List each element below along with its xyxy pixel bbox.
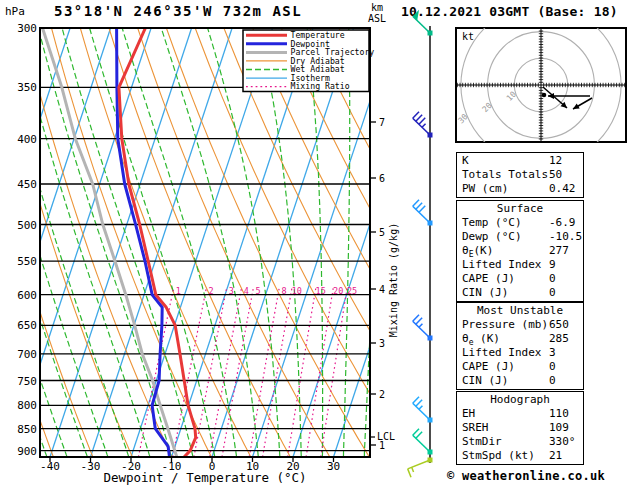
lcl-label: LCL xyxy=(377,431,395,442)
row-value: 277 xyxy=(549,244,569,258)
row-label: StmDir xyxy=(462,435,502,448)
pressure-tick-label: 900 xyxy=(17,445,37,458)
table-row: SREH109 xyxy=(457,421,583,435)
row-value: 109 xyxy=(549,421,569,435)
pressure-tick-label: 750 xyxy=(17,375,37,388)
row-value: 50 xyxy=(549,168,562,182)
pressure-tick-label: 700 xyxy=(17,348,37,361)
hodograph-unit-label: kt xyxy=(462,31,474,42)
row-label: Lifted Index xyxy=(462,346,541,359)
table-header: Most Unstable xyxy=(457,304,583,318)
pressure-tick-label: 500 xyxy=(17,219,37,232)
table-row: Dewp (°C)-10.5 xyxy=(457,230,583,244)
row-value: 0 xyxy=(549,272,556,286)
hodograph: 102030kt xyxy=(456,1,626,168)
temperature-tick-label: -40 xyxy=(40,460,60,473)
table-row: StmSpd (kt)21 xyxy=(457,449,583,463)
pressure-axis-labels: 300350400450500550600650700750800850900 xyxy=(17,22,37,458)
row-label: θE(K) xyxy=(462,244,493,257)
row-value: 0 xyxy=(549,286,556,300)
row-label: EH xyxy=(462,407,475,420)
temperature-axis: -40-30-20-100102030Dewpoint / Temperatur… xyxy=(40,457,340,485)
table-row: PW (cm)0.42 xyxy=(457,182,583,196)
row-label: θe (K) xyxy=(462,332,500,345)
pressure-tick-label: 600 xyxy=(17,289,37,302)
isotherm-lines xyxy=(0,28,516,457)
row-label: Temp (°C) xyxy=(462,216,522,229)
table-row: StmDir330° xyxy=(457,435,583,449)
table-row: Totals Totals50 xyxy=(457,168,583,182)
pressure-tick-label: 350 xyxy=(17,81,37,94)
pressure-tick-label: 300 xyxy=(17,22,37,35)
table-row: CAPE (J)0 xyxy=(457,360,583,374)
mixing-ratio-axis-label: Mixing Ratio (g/kg) xyxy=(388,223,399,337)
table-surface: SurfaceTemp (°C)-6.9Dewp (°C)-10.5θE(K)2… xyxy=(456,200,584,302)
table-row: Pressure (mb)650 xyxy=(457,318,583,332)
row-label: K xyxy=(462,154,469,167)
altitude-axis: 7654321LCLMixing Ratio (g/kg) xyxy=(370,117,399,451)
row-label: PW (cm) xyxy=(462,182,508,195)
pressure-tick-label: 450 xyxy=(17,178,37,191)
pressure-tick-label: 550 xyxy=(17,255,37,268)
row-value: 650 xyxy=(549,318,569,332)
wet-adiabat-lines xyxy=(0,28,384,457)
wind-barbs xyxy=(408,10,433,478)
table-most-unstable: Most UnstablePressure (mb)650θe (K)285Li… xyxy=(456,302,584,390)
table-row: K12 xyxy=(457,154,583,168)
table-row: Lifted Index9 xyxy=(457,258,583,272)
pressure-tick-label: 650 xyxy=(17,319,37,332)
temperature-tick-label: 30 xyxy=(327,460,340,473)
skewt-sounding-app: hPa 53°18'N 246°35'W 732m ASL km ASL 10.… xyxy=(0,0,629,486)
altitude-tick-label: 7 xyxy=(379,117,385,128)
row-label: StmSpd (kt) xyxy=(462,449,535,462)
table-row: θe (K)285 xyxy=(457,332,583,346)
credit-footer: © weatheronline.co.uk xyxy=(447,469,605,483)
row-label: Pressure (mb) xyxy=(462,318,548,331)
row-value: 21 xyxy=(549,449,562,463)
table-row: CIN (J)0 xyxy=(457,286,583,300)
row-value: 0 xyxy=(549,374,556,388)
wind-barb xyxy=(408,458,433,478)
table-row: CIN (J)0 xyxy=(457,374,583,388)
table-row: Temp (°C)-6.9 xyxy=(457,216,583,230)
x-axis-title: Dewpoint / Temperature (°C) xyxy=(103,470,306,485)
row-value: 9 xyxy=(549,258,556,272)
row-label: CAPE (J) xyxy=(462,272,515,285)
row-label: Dewp (°C) xyxy=(462,230,522,243)
row-value: 0 xyxy=(549,360,556,374)
row-value: 3 xyxy=(549,346,556,360)
row-label: Totals Totals xyxy=(462,168,548,181)
table-row: CAPE (J)0 xyxy=(457,272,583,286)
table-header: Surface xyxy=(457,202,583,216)
row-label: Lifted Index xyxy=(462,258,541,271)
altitude-tick-label: 4 xyxy=(379,284,385,295)
table-row: θE(K)277 xyxy=(457,244,583,258)
temperature-tick-label: -30 xyxy=(81,460,101,473)
row-label: CIN (J) xyxy=(462,374,508,387)
hodograph-content: 102030kt xyxy=(456,1,626,168)
row-label: SREH xyxy=(462,421,489,434)
row-label: CAPE (J) xyxy=(462,360,515,373)
legend: TemperatureDewpointParcel TrajectoryDry … xyxy=(243,30,374,92)
row-label: CIN (J) xyxy=(462,286,508,299)
row-value: -6.9 xyxy=(549,216,576,230)
table-hodograph-stats: HodographEH110SREH109StmDir330°StmSpd (k… xyxy=(456,391,584,465)
table-header: Hodograph xyxy=(457,393,583,407)
altitude-tick-label: 3 xyxy=(379,338,385,349)
row-value: 0.42 xyxy=(549,182,576,196)
pressure-tick-label: 400 xyxy=(17,133,37,146)
altitude-tick-label: 2 xyxy=(379,389,385,400)
table-indices: K12Totals Totals50PW (cm)0.42 xyxy=(456,152,584,198)
row-value: 110 xyxy=(549,407,569,421)
altitude-tick-label: 6 xyxy=(379,173,385,184)
row-value: -10.5 xyxy=(549,230,582,244)
legend-item-label: Mixing Ratio xyxy=(291,81,350,91)
altitude-tick-label: 5 xyxy=(379,227,385,238)
row-value: 12 xyxy=(549,154,562,168)
table-row: Lifted Index3 xyxy=(457,346,583,360)
pressure-tick-label: 800 xyxy=(17,399,37,412)
row-value: 330° xyxy=(549,435,576,449)
pressure-tick-label: 850 xyxy=(17,423,37,436)
table-row: EH110 xyxy=(457,407,583,421)
wind-barb xyxy=(413,10,433,36)
